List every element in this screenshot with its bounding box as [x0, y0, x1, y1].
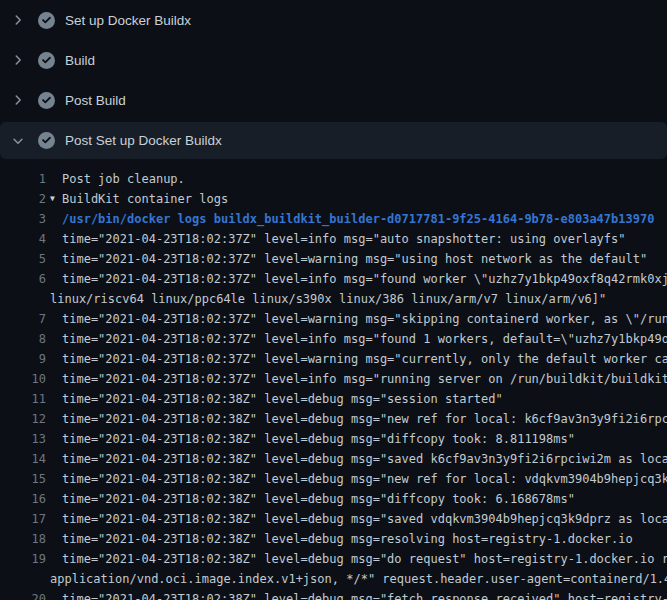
log-text: linux/riscv64 linux/ppc64le linux/s390x …: [50, 289, 606, 309]
log-text: time="2021-04-23T18:02:38Z" level=debug …: [62, 549, 667, 569]
check-circle-icon: [38, 92, 55, 109]
log-text: time="2021-04-23T18:02:38Z" level=debug …: [62, 409, 667, 429]
step-label: Set up Docker Buildx: [65, 13, 191, 28]
check-circle-icon: [38, 52, 55, 69]
log-text: time="2021-04-23T18:02:37Z" level=warnin…: [62, 349, 667, 369]
line-number[interactable]: 6: [0, 269, 46, 289]
log-text: time="2021-04-23T18:02:37Z" level=info m…: [62, 369, 667, 389]
log-text: time="2021-04-23T18:02:37Z" level=warnin…: [62, 309, 667, 329]
line-number[interactable]: 18: [0, 529, 46, 549]
log-line: 16time="2021-04-23T18:02:38Z" level=debu…: [0, 489, 667, 509]
line-number[interactable]: 19: [0, 549, 46, 569]
step-set-up-docker-buildx[interactable]: Set up Docker Buildx: [0, 0, 667, 40]
line-number[interactable]: 11: [0, 389, 46, 409]
log-area: 1Post job cleanup.2▼BuildKit container l…: [0, 160, 667, 600]
log-text: time="2021-04-23T18:02:37Z" level=info m…: [62, 329, 667, 349]
log-line: 5time="2021-04-23T18:02:37Z" level=warni…: [0, 249, 667, 269]
line-number[interactable]: 1: [0, 169, 46, 189]
chevron-right-icon: [10, 52, 26, 68]
log-text: application/vnd.oci.image.index.v1+json,…: [50, 569, 667, 589]
line-number[interactable]: 20: [0, 589, 46, 600]
log-line: 19time="2021-04-23T18:02:38Z" level=debu…: [0, 549, 667, 569]
step-post-set-up-docker-buildx[interactable]: Post Set up Docker Buildx: [0, 122, 667, 159]
group-collapse-toggle-icon[interactable]: ▼: [50, 189, 55, 209]
log-line: 1Post job cleanup.: [0, 169, 667, 189]
line-number[interactable]: 8: [0, 329, 46, 349]
line-number[interactable]: 14: [0, 449, 46, 469]
line-number[interactable]: 2: [0, 189, 46, 209]
line-number[interactable]: 12: [0, 409, 46, 429]
log-text: time="2021-04-23T18:02:38Z" level=debug …: [62, 429, 575, 449]
log-line: 11time="2021-04-23T18:02:38Z" level=debu…: [0, 389, 667, 409]
line-number[interactable]: 7: [0, 309, 46, 329]
log-line: 14time="2021-04-23T18:02:38Z" level=debu…: [0, 449, 667, 469]
log-text: time="2021-04-23T18:02:37Z" level=warnin…: [62, 249, 647, 269]
log-text: time="2021-04-23T18:02:37Z" level=info m…: [62, 229, 626, 249]
step-label: Post Build: [65, 93, 126, 108]
log-text: Post job cleanup.: [62, 169, 185, 189]
log-line: 10time="2021-04-23T18:02:37Z" level=info…: [0, 369, 667, 389]
line-number[interactable]: 17: [0, 509, 46, 529]
log-line: 6time="2021-04-23T18:02:37Z" level=info …: [0, 269, 667, 289]
log-line: 20time="2021-04-23T18:02:38Z" level=debu…: [0, 589, 667, 600]
line-number[interactable]: 9: [0, 349, 46, 369]
chevron-right-icon: [10, 92, 26, 108]
log-line: 8time="2021-04-23T18:02:37Z" level=info …: [0, 329, 667, 349]
log-text: time="2021-04-23T18:02:38Z" level=debug …: [62, 509, 667, 529]
step-label: Build: [65, 53, 95, 68]
log-line-continuation: application/vnd.oci.image.index.v1+json,…: [0, 569, 667, 589]
command-text: /usr/bin/docker logs buildx_buildkit_bui…: [62, 209, 654, 229]
step-post-build[interactable]: Post Build: [0, 80, 667, 120]
log-line: 15time="2021-04-23T18:02:38Z" level=debu…: [0, 469, 667, 489]
line-number[interactable]: 10: [0, 369, 46, 389]
log-line: 18time="2021-04-23T18:02:38Z" level=debu…: [0, 529, 667, 549]
line-number[interactable]: 15: [0, 469, 46, 489]
step-build[interactable]: Build: [0, 40, 667, 80]
chevron-down-icon: [10, 133, 26, 149]
log-line: 9time="2021-04-23T18:02:37Z" level=warni…: [0, 349, 667, 369]
line-number[interactable]: 3: [0, 209, 46, 229]
line-number[interactable]: 13: [0, 429, 46, 449]
line-number[interactable]: 4: [0, 229, 46, 249]
chevron-right-icon: [10, 12, 26, 28]
log-line: 17time="2021-04-23T18:02:38Z" level=debu…: [0, 509, 667, 529]
log-text: time="2021-04-23T18:02:38Z" level=debug …: [62, 529, 633, 549]
log-line: 13time="2021-04-23T18:02:38Z" level=debu…: [0, 429, 667, 449]
log-line: 2▼BuildKit container logs: [0, 189, 667, 209]
log-line: 4time="2021-04-23T18:02:37Z" level=info …: [0, 229, 667, 249]
log-line-continuation: linux/riscv64 linux/ppc64le linux/s390x …: [0, 289, 667, 309]
log-text: time="2021-04-23T18:02:38Z" level=debug …: [62, 449, 667, 469]
check-circle-icon: [38, 12, 55, 29]
log-text: time="2021-04-23T18:02:37Z" level=info m…: [62, 269, 667, 289]
step-list: Set up Docker Buildx Build Post Build Po…: [0, 0, 667, 159]
log-text: time="2021-04-23T18:02:38Z" level=debug …: [62, 489, 575, 509]
step-label: Post Set up Docker Buildx: [65, 133, 222, 148]
line-number[interactable]: 5: [0, 249, 46, 269]
line-number[interactable]: 16: [0, 489, 46, 509]
log-text: time="2021-04-23T18:02:38Z" level=debug …: [62, 589, 667, 600]
log-line: 12time="2021-04-23T18:02:38Z" level=debu…: [0, 409, 667, 429]
check-circle-icon: [38, 132, 55, 149]
log-line: 7time="2021-04-23T18:02:37Z" level=warni…: [0, 309, 667, 329]
log-text: time="2021-04-23T18:02:38Z" level=debug …: [62, 389, 503, 409]
log-line: 3/usr/bin/docker logs buildx_buildkit_bu…: [0, 209, 667, 229]
log-text: BuildKit container logs: [62, 189, 228, 209]
log-text: time="2021-04-23T18:02:38Z" level=debug …: [62, 469, 667, 489]
